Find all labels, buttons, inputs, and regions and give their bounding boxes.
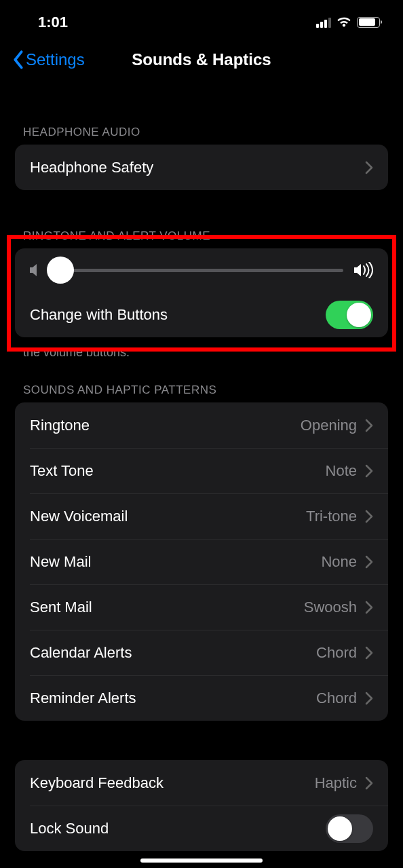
row-value: Swoosh xyxy=(304,599,357,616)
chevron-right-icon xyxy=(365,776,373,790)
chevron-right-icon xyxy=(365,161,373,174)
row-label: Text Tone xyxy=(30,462,326,480)
section-footer-volume: the volume buttons. xyxy=(15,337,388,360)
chevron-left-icon xyxy=(12,50,24,69)
row-reminder-alerts[interactable]: Reminder Alerts Chord xyxy=(15,675,388,721)
group-patterns: Ringtone Opening Text Tone Note New Voic… xyxy=(15,402,388,721)
slider-thumb[interactable] xyxy=(47,257,74,284)
cellular-icon xyxy=(316,17,331,28)
row-sent-mail[interactable]: Sent Mail Swoosh xyxy=(15,584,388,630)
row-text-tone[interactable]: Text Tone Note xyxy=(15,448,388,493)
row-new-voicemail[interactable]: New Voicemail Tri-tone xyxy=(15,493,388,539)
row-ringtone[interactable]: Ringtone Opening xyxy=(15,402,388,448)
row-label: Reminder Alerts xyxy=(30,690,316,707)
row-label: New Mail xyxy=(30,553,321,571)
back-button[interactable]: Settings xyxy=(12,50,85,69)
group-misc: Keyboard Feedback Haptic Lock Sound xyxy=(15,760,388,851)
row-label: New Voicemail xyxy=(30,508,306,525)
toggle-lock-sound[interactable] xyxy=(326,814,373,843)
row-change-with-buttons[interactable]: Change with Buttons xyxy=(15,292,388,337)
chevron-right-icon xyxy=(365,464,373,478)
row-lock-sound[interactable]: Lock Sound xyxy=(15,806,388,851)
row-label: Sent Mail xyxy=(30,599,304,616)
group-ringtone-volume: Change with Buttons xyxy=(15,248,388,337)
row-label: Calendar Alerts xyxy=(30,644,316,662)
row-keyboard-feedback[interactable]: Keyboard Feedback Haptic xyxy=(15,760,388,806)
row-value: Opening xyxy=(301,417,357,434)
status-icons xyxy=(316,17,380,28)
row-volume-slider[interactable] xyxy=(15,248,388,292)
wifi-icon xyxy=(337,17,351,28)
chevron-right-icon xyxy=(365,419,373,432)
row-label: Change with Buttons xyxy=(30,306,326,324)
status-time: 1:01 xyxy=(38,14,68,31)
chevron-right-icon xyxy=(365,692,373,705)
volume-slider[interactable] xyxy=(52,269,343,272)
row-calendar-alerts[interactable]: Calendar Alerts Chord xyxy=(15,630,388,675)
section-header-ringtone-volume: RINGTONE AND ALERT VOLUME xyxy=(15,229,388,248)
row-new-mail[interactable]: New Mail None xyxy=(15,539,388,584)
battery-icon xyxy=(357,17,380,28)
section-header-headphone: HEADPHONE AUDIO xyxy=(15,126,388,145)
section-header-patterns: SOUNDS AND HAPTIC PATTERNS xyxy=(15,383,388,402)
row-value: None xyxy=(321,553,357,571)
row-value: Tri-tone xyxy=(306,508,357,525)
nav-bar: Settings Sounds & Haptics xyxy=(0,37,403,82)
chevron-right-icon xyxy=(365,601,373,614)
home-indicator[interactable] xyxy=(140,858,263,863)
chevron-right-icon xyxy=(365,510,373,523)
chevron-right-icon xyxy=(365,646,373,660)
volume-low-icon xyxy=(30,263,41,277)
row-value: Chord xyxy=(316,690,357,707)
row-headphone-safety[interactable]: Headphone Safety xyxy=(15,145,388,190)
status-bar: 1:01 xyxy=(0,0,403,37)
back-label: Settings xyxy=(26,50,85,69)
row-value: Note xyxy=(326,462,357,480)
row-label: Keyboard Feedback xyxy=(30,774,315,792)
row-value: Chord xyxy=(316,644,357,662)
volume-high-icon xyxy=(354,262,373,278)
toggle-change-with-buttons[interactable] xyxy=(326,301,373,329)
row-label: Headphone Safety xyxy=(30,159,365,176)
chevron-right-icon xyxy=(365,555,373,569)
group-headphone: Headphone Safety xyxy=(15,145,388,190)
row-label: Ringtone xyxy=(30,417,301,434)
row-value: Haptic xyxy=(315,774,357,792)
row-label: Lock Sound xyxy=(30,820,326,837)
